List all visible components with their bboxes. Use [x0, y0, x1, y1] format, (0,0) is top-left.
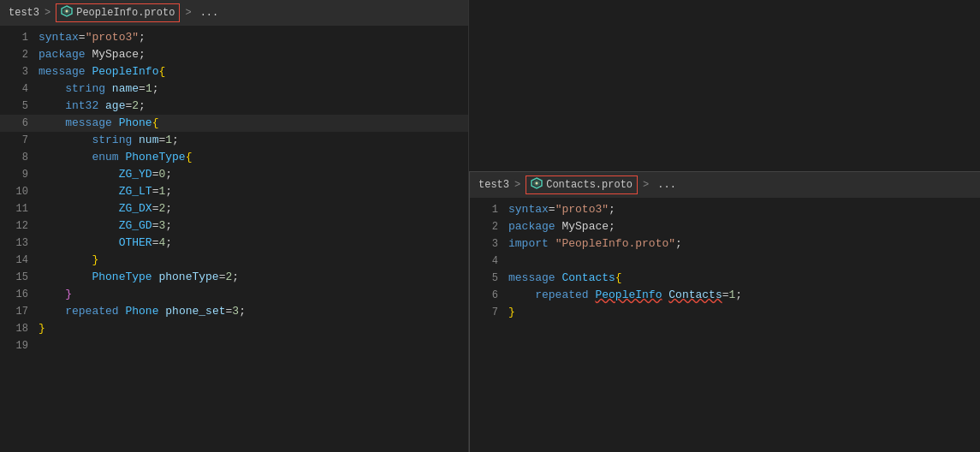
proto-icon-left: [61, 5, 73, 21]
editor-container: test3 > PeopleInfo.proto > ... 1syntax="…: [0, 0, 980, 452]
token: "proto3": [86, 31, 139, 44]
line-number: 6: [470, 287, 508, 304]
token: package: [39, 48, 86, 61]
svg-point-2: [66, 10, 68, 13]
token: {: [615, 271, 622, 284]
token: ;: [165, 219, 172, 232]
token: ZG_DX: [119, 202, 152, 215]
token: message: [65, 116, 112, 129]
token: ;: [232, 271, 239, 283]
token: Contacts: [561, 271, 615, 284]
code-line: 6 message Phone{: [0, 115, 468, 132]
token: [549, 237, 555, 250]
right-panel: test3 > Contacts.proto > ... 1syntax="pr…: [469, 171, 980, 452]
right-filename: Contacts.proto: [546, 179, 633, 191]
token: [39, 288, 65, 300]
token: ;: [675, 237, 682, 250]
svg-point-5: [536, 182, 538, 185]
token: [39, 202, 119, 215]
left-code-area: 1syntax="proto3";2package MySpace;3messa…: [0, 26, 468, 452]
token: repeated: [535, 288, 588, 301]
token: enum: [92, 151, 118, 164]
code-line: 7 string num=1;: [0, 132, 468, 149]
token: ZG_GD: [119, 219, 152, 232]
token: {: [158, 65, 165, 78]
line-number: 5: [470, 270, 508, 287]
code-line: 18}: [0, 320, 468, 337]
token: ZG_YD: [119, 168, 152, 181]
left-filename-box[interactable]: PeopleInfo.proto: [56, 3, 180, 22]
token: =: [79, 31, 86, 44]
line-content: repeated PeopleInfo Contacts=1;: [508, 287, 980, 304]
token: MySpace: [92, 48, 139, 61]
token: "proto3": [555, 203, 609, 216]
line-content: }: [508, 304, 980, 321]
line-number: 15: [0, 269, 39, 286]
code-line: 13 OTHER=4;: [0, 235, 468, 252]
right-folder: test3: [478, 179, 509, 191]
line-number: 19: [0, 337, 39, 354]
code-line: 3import "PeopleInfo.proto";: [470, 235, 980, 253]
line-content: repeated Phone phone_set=3;: [39, 303, 468, 320]
line-content: syntax="proto3";: [39, 29, 468, 46]
code-line: 6 repeated PeopleInfo Contacts=1;: [470, 287, 980, 304]
token: [39, 271, 92, 283]
token: name: [112, 82, 139, 95]
token: {: [152, 116, 159, 129]
token: {: [186, 151, 193, 164]
token: Contacts: [668, 288, 722, 301]
token: MySpace: [561, 220, 609, 233]
line-number: 4: [470, 253, 508, 270]
right-breadcrumb: test3 > Contacts.proto > ...: [470, 172, 980, 198]
code-line: 19: [0, 337, 468, 354]
right-sep1: >: [514, 179, 520, 191]
line-number: 13: [0, 235, 39, 252]
token: =: [139, 82, 146, 95]
token: =: [722, 288, 729, 301]
token: syntax: [508, 203, 549, 216]
left-filename: PeopleInfo.proto: [76, 7, 175, 19]
code-line: 16 }: [0, 286, 468, 303]
line-content: string name=1;: [39, 80, 468, 98]
line-content: enum PhoneType{: [39, 149, 468, 166]
token: 3: [232, 305, 239, 318]
line-content: syntax="proto3";: [508, 201, 980, 218]
line-number: 2: [470, 218, 508, 235]
right-code-area: 1syntax="proto3";2package MySpace;3impor…: [470, 198, 980, 452]
code-line: 2package MySpace;: [0, 46, 468, 63]
token: ;: [609, 220, 615, 233]
token: phoneType: [158, 271, 218, 283]
token: ;: [172, 134, 179, 146]
token: [39, 305, 65, 318]
token: ;: [165, 202, 172, 215]
line-content: package MySpace;: [39, 46, 468, 63]
token: [508, 288, 535, 301]
token: string: [65, 82, 105, 95]
line-content: }: [39, 320, 468, 337]
token: [105, 82, 112, 95]
token: [39, 99, 65, 112]
token: [98, 99, 105, 112]
code-line: 17 repeated Phone phone_set=3;: [0, 303, 468, 320]
token: ;: [152, 82, 159, 95]
token: ;: [139, 48, 146, 61]
line-number: 11: [0, 200, 39, 217]
token: import: [508, 237, 549, 250]
token: =: [549, 203, 555, 216]
token: 2: [132, 99, 139, 112]
token: PeopleInfo: [595, 288, 662, 301]
right-filename-box[interactable]: Contacts.proto: [526, 175, 638, 194]
token: message: [508, 271, 555, 284]
token: [39, 168, 119, 181]
line-content: OTHER=4;: [39, 235, 468, 252]
token: ;: [165, 185, 172, 198]
token: [39, 134, 92, 146]
code-line: 5message Contacts{: [470, 270, 980, 287]
line-number: 5: [0, 98, 39, 115]
token: ;: [165, 168, 172, 181]
line-number: 8: [0, 149, 39, 166]
left-sep2: >: [185, 7, 191, 19]
token: PhoneType: [125, 151, 185, 164]
proto-icon-right: [531, 177, 543, 193]
code-line: 1syntax="proto3";: [470, 201, 980, 218]
